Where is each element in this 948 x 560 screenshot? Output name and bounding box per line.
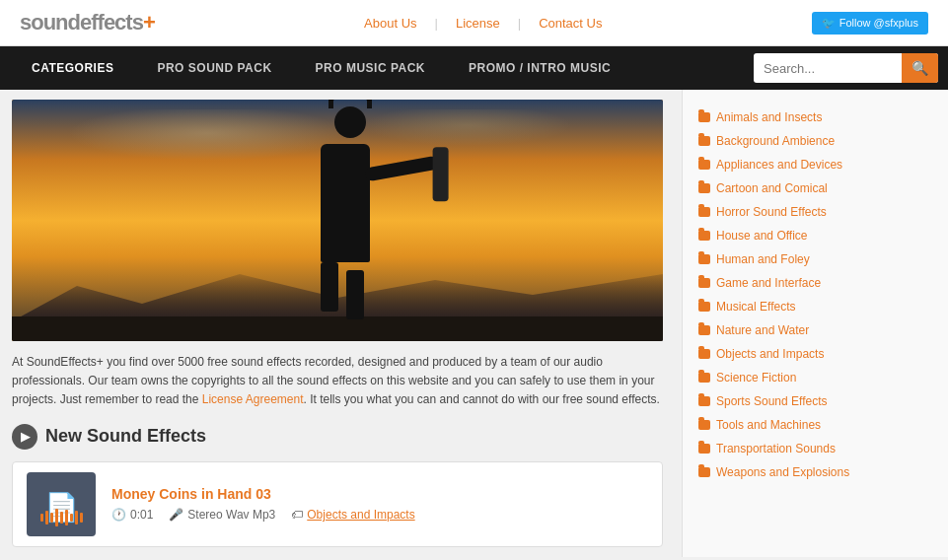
category-item[interactable]: Cartoon and Comical — [696, 176, 934, 200]
search-icon: 🔍 — [912, 60, 928, 76]
category-item[interactable]: Science Fiction — [696, 366, 934, 389]
folder-icon — [698, 420, 710, 430]
folder-icon — [698, 160, 710, 170]
category-link[interactable]: House and Office — [716, 229, 808, 243]
category-item[interactable]: Horror Sound Effects — [696, 200, 934, 224]
folder-icon — [698, 278, 710, 288]
twitter-icon: 🐦 — [822, 17, 836, 30]
tag-icon: 🏷 — [291, 508, 303, 522]
category-item[interactable]: Animals and Insects — [696, 105, 934, 129]
site-description: At SoundEffects+ you find over 5000 free… — [12, 353, 663, 410]
category-link[interactable]: Transportation Sounds — [716, 442, 836, 455]
category-link[interactable]: Horror Sound Effects — [716, 205, 827, 219]
folder-icon — [698, 136, 710, 146]
folder-icon — [698, 254, 710, 264]
category-link[interactable]: Appliances and Devices — [716, 158, 842, 172]
category-link[interactable]: Animals and Insects — [716, 110, 822, 124]
category-link[interactable]: Musical Effects — [716, 300, 795, 314]
sound-item: 📄 Money Coins in Hand 03 🕐 — [12, 461, 663, 547]
sound-title[interactable]: Money Coins in Hand 03 — [111, 486, 648, 502]
category-link[interactable]: Science Fiction — [716, 371, 796, 385]
site-logo[interactable]: soundeffects+ — [20, 10, 155, 35]
sound-thumbnail: 📄 — [27, 472, 96, 536]
category-link[interactable]: Sports Sound Effects — [716, 394, 828, 408]
category-link[interactable]: Nature and Water — [716, 323, 809, 337]
category-item[interactable]: Musical Effects — [696, 295, 934, 318]
nav-pro-sound-pack[interactable]: PRO SOUND PACK — [135, 46, 293, 90]
category-link[interactable]: Weapons and Explosions — [716, 465, 849, 479]
folder-icon — [698, 467, 710, 477]
sound-tag: 🏷 Objects and Impacts — [291, 508, 414, 522]
license-agreement-link[interactable]: License Agreement — [202, 392, 304, 406]
hero-silhouette — [321, 144, 380, 319]
nav-promo-intro[interactable]: PROMO / INTRO MUSIC — [447, 46, 632, 90]
folder-icon — [698, 302, 710, 312]
twitter-follow-button[interactable]: 🐦 Follow @sfxplus — [812, 12, 928, 35]
sound-details: Money Coins in Hand 03 🕐 0:01 🎤 Stereo W… — [111, 486, 648, 522]
category-item[interactable]: Background Ambience — [696, 129, 934, 153]
sound-meta: 🕐 0:01 🎤 Stereo Wav Mp3 🏷 Objects and Im… — [111, 508, 648, 522]
top-navigation: About Us | License | Contact Us — [364, 16, 602, 31]
folder-icon — [698, 112, 710, 122]
category-item[interactable]: Sports Sound Effects — [696, 389, 934, 413]
category-link[interactable]: Tools and Machines — [716, 418, 821, 432]
folder-icon — [698, 207, 710, 217]
sidebar: Animals and Insects Background Ambience … — [682, 90, 948, 557]
sound-tag-link[interactable]: Objects and Impacts — [307, 508, 414, 522]
hero-image — [12, 100, 663, 341]
sound-duration: 🕐 0:01 — [111, 508, 153, 522]
folder-icon — [698, 325, 710, 335]
play-icon: ▶ — [12, 424, 37, 450]
clock-icon: 🕐 — [111, 508, 126, 522]
category-item[interactable]: Nature and Water — [696, 318, 934, 342]
sound-format: 🎤 Stereo Wav Mp3 — [169, 508, 275, 522]
search-input[interactable] — [754, 57, 902, 80]
folder-icon — [698, 183, 710, 193]
folder-icon — [698, 373, 710, 383]
category-link[interactable]: Game and Interface — [716, 276, 821, 290]
waveform — [40, 509, 83, 526]
search-button[interactable]: 🔍 — [902, 53, 938, 83]
license-link[interactable]: License — [456, 16, 500, 31]
category-item[interactable]: Transportation Sounds — [696, 437, 934, 460]
category-item[interactable]: Game and Interface — [696, 271, 934, 295]
category-link[interactable]: Human and Foley — [716, 252, 810, 266]
folder-icon — [698, 396, 710, 406]
about-us-link[interactable]: About Us — [364, 16, 416, 31]
category-item[interactable]: Objects and Impacts — [696, 342, 934, 366]
category-item[interactable]: House and Office — [696, 224, 934, 247]
category-item[interactable]: Tools and Machines — [696, 413, 934, 437]
category-item[interactable]: Human and Foley — [696, 247, 934, 271]
mic-icon: 🎤 — [169, 508, 183, 522]
category-link[interactable]: Cartoon and Comical — [716, 181, 828, 195]
categories-list: Animals and Insects Background Ambience … — [696, 105, 934, 484]
nav-pro-music-pack[interactable]: PRO MUSIC PACK — [294, 46, 447, 90]
new-sounds-header: ▶ New Sound Effects — [12, 424, 670, 450]
nav-categories[interactable]: CATEGORIES — [10, 46, 135, 90]
category-item[interactable]: Appliances and Devices — [696, 153, 934, 176]
category-link[interactable]: Objects and Impacts — [716, 347, 824, 361]
category-link[interactable]: Background Ambience — [716, 134, 835, 148]
folder-icon — [698, 231, 710, 241]
folder-icon — [698, 444, 710, 454]
folder-icon — [698, 349, 710, 359]
search-container: 🔍 — [754, 53, 938, 83]
main-navigation: CATEGORIES PRO SOUND PACK PRO MUSIC PACK… — [0, 46, 948, 90]
category-item[interactable]: Weapons and Explosions — [696, 460, 934, 484]
contact-link[interactable]: Contact Us — [539, 16, 602, 31]
